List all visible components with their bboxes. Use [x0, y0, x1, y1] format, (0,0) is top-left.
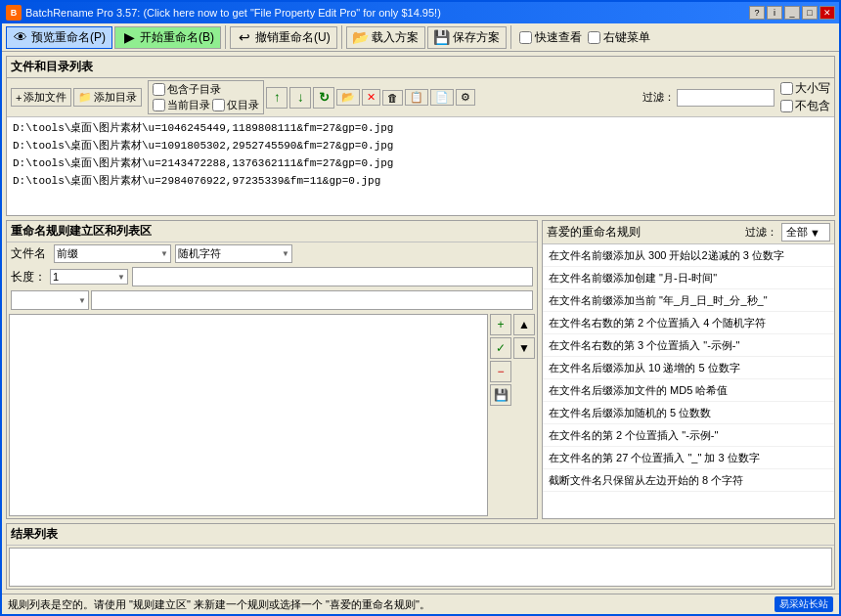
main-toolbar: 👁 预览重命名(P) ▶ 开始重命名(B) ↩ 撤销重命名(U) 📂 载入方案 …: [2, 23, 839, 52]
include-subdir-group: 包含子目录 当前目录 仅目录: [148, 80, 264, 114]
only-dir-checkbox[interactable]: [212, 99, 225, 111]
window-title: BatchRename Pro 3.57: (Click here now to…: [25, 7, 441, 19]
length-label: 长度：: [11, 269, 46, 286]
delete-rule-button[interactable]: −: [490, 361, 511, 382]
nav-down-button[interactable]: ↓: [289, 87, 311, 109]
file-list[interactable]: D:\tools\桌面\图片素材\u=1046245449,1189808111…: [7, 117, 834, 215]
favorites-section: 喜爱的重命名规则 过滤： 全部 ▼ 在文件名前缀添加从 300 开始以2递减的 …: [542, 220, 835, 519]
load-scheme-button[interactable]: 📂 载入方案: [346, 26, 425, 49]
quick-check-checkbox[interactable]: [519, 31, 532, 44]
add-file-button[interactable]: + 添加文件: [11, 88, 71, 107]
toolbar-sep-3: [510, 25, 511, 49]
favorites-item-7[interactable]: 在文件名后缀添加随机的 5 位数数: [543, 402, 834, 424]
paste-button[interactable]: 📄: [430, 89, 454, 106]
preview-rename-button[interactable]: 👁 预览重命名(P): [6, 26, 112, 49]
favorites-item-6[interactable]: 在文件名后缀添加文件的 MD5 哈希值: [543, 379, 834, 402]
file-filter-input[interactable]: [677, 89, 775, 107]
extra-combo-1[interactable]: ▼: [11, 290, 89, 310]
favorites-item-5[interactable]: 在文件名后缀添加从 10 递增的 5 位数字: [543, 357, 834, 379]
start-rename-button[interactable]: ▶ 开始重命名(B): [114, 26, 221, 49]
favorites-filter: 过滤： 全部 ▼: [745, 223, 830, 242]
minimize-btn[interactable]: _: [784, 6, 800, 20]
close-btn[interactable]: ✕: [819, 6, 835, 20]
favorites-item-8[interactable]: 在文件名的第 2 个位置插入 "-示例-": [543, 424, 834, 447]
length-combo[interactable]: 1 ▼: [50, 269, 128, 285]
save-scheme-button[interactable]: 💾 保存方案: [427, 26, 507, 49]
side-buttons: + ✓ − 💾: [490, 314, 511, 516]
add-file-icon: +: [16, 92, 22, 104]
filename-label: 文件名: [11, 245, 50, 262]
case-group: 大小写 不包含: [780, 80, 830, 114]
add-rule-button[interactable]: +: [490, 314, 511, 335]
favorites-item-2[interactable]: 在文件名前缀添加当前 "年_月_日_时_分_秒_": [543, 289, 834, 312]
favorites-filter-arrow: ▼: [810, 227, 820, 239]
confirm-rule-button[interactable]: ✓: [490, 337, 511, 359]
favorites-item-4[interactable]: 在文件名右数的第 3 个位置插入 "-示例-": [543, 334, 834, 357]
right-menu-checkbox[interactable]: [588, 31, 600, 44]
quick-check-item: 快速查看: [519, 29, 582, 46]
favorites-header: 喜爱的重命名规则 过滤： 全部 ▼: [543, 221, 834, 244]
arrow-buttons: ▲ ▼: [513, 314, 535, 516]
info-btn[interactable]: i: [767, 6, 782, 20]
bottom-section: 重命名规则建立区和列表区 文件名 前缀 ▼ 随机字符 ▼ 长度：: [6, 220, 835, 519]
favorites-item-10[interactable]: 截断文件名只保留从左边开始的 8 个字符: [543, 469, 834, 492]
nav-up-button[interactable]: ↑: [266, 87, 288, 109]
results-body[interactable]: [9, 548, 832, 587]
brand-logo: 易采站长站: [775, 596, 833, 612]
rename-grid: [9, 314, 488, 516]
include-subdir-checkbox[interactable]: [153, 83, 165, 96]
move-down-button[interactable]: ▼: [513, 337, 535, 359]
favorites-item-3[interactable]: 在文件名右数的第 2 个位置插入 4 个随机字符: [543, 312, 834, 334]
rename-type-value: 前缀: [57, 246, 78, 261]
extra-input-1[interactable]: [91, 290, 533, 310]
copy-button[interactable]: 📋: [405, 89, 428, 106]
right-menu-label: 右键菜单: [603, 29, 650, 46]
filter-label-file: 过滤：: [642, 90, 675, 105]
results-section: 结果列表: [6, 523, 835, 590]
case-checkbox[interactable]: [780, 82, 793, 95]
current-dir-checkbox[interactable]: [153, 99, 165, 111]
favorites-item-9[interactable]: 在文件名的第 27 个位置插入 "_" 加 3 位数字: [543, 447, 834, 469]
file-toolbar: + 添加文件 📁 添加目录 包含子目录 当前目录: [7, 78, 834, 117]
file-list-item[interactable]: D:\tools\桌面\图片素材\u=1091805302,2952745590…: [11, 137, 830, 154]
app-icon: B: [6, 5, 22, 21]
favorites-filter-value: 全部: [786, 225, 808, 240]
combo-arrow-3: ▼: [117, 273, 125, 282]
status-bar: 规则列表是空的。请使用 "规则建立区" 来新建一个规则或选择一个 "喜爱的重命名…: [2, 594, 839, 614]
favorites-filter-combo[interactable]: 全部 ▼: [781, 223, 830, 242]
rename-rules-header: 重命名规则建立区和列表区: [7, 221, 537, 242]
delete-button[interactable]: ✕: [362, 89, 380, 106]
start-icon: ▶: [121, 29, 137, 45]
favorites-item-1[interactable]: 在文件名前缀添加创建 "月-日-时间": [543, 267, 834, 289]
add-dir-button[interactable]: 📁 添加目录: [73, 88, 142, 107]
undo-rename-button[interactable]: ↩ 撤销重命名(U): [230, 26, 337, 49]
rename-type-row: 文件名 前缀 ▼ 随机字符 ▼: [7, 242, 537, 265]
file-list-item[interactable]: D:\tools\桌面\图片素材\u=1046245449,1189808111…: [11, 119, 830, 137]
save-rule-button[interactable]: 💾: [490, 384, 511, 406]
rename-content-combo[interactable]: 随机字符 ▼: [175, 244, 292, 263]
toolbar-sep-2: [341, 25, 342, 49]
combo-arrow-2: ▼: [282, 249, 289, 258]
help-btn[interactable]: ?: [749, 6, 765, 20]
save-icon: 💾: [434, 29, 450, 45]
add-file-label: 添加文件: [23, 90, 66, 105]
main-content: 文件和目录列表 + 添加文件 📁 添加目录 包含子目录: [2, 52, 839, 594]
load-icon: 📂: [353, 29, 369, 45]
maximize-btn[interactable]: □: [802, 6, 818, 20]
nav-refresh-button[interactable]: ↻: [313, 87, 334, 109]
settings-button[interactable]: ⚙: [456, 89, 475, 106]
favorites-item-0[interactable]: 在文件名前缀添加从 300 开始以2递减的 3 位数字: [543, 244, 834, 267]
length-input[interactable]: [132, 267, 533, 286]
move-up-button[interactable]: ▲: [513, 314, 535, 335]
file-list-item[interactable]: D:\tools\桌面\图片素材\u=2984076922,97235339&f…: [11, 172, 830, 190]
favorites-list[interactable]: 在文件名前缀添加从 300 开始以2递减的 3 位数字 在文件名前缀添加创建 "…: [543, 244, 834, 518]
rename-rules-title: 重命名规则建立区和列表区: [11, 224, 152, 238]
open-folder-button[interactable]: 📂: [336, 89, 360, 106]
clear-button[interactable]: 🗑: [382, 90, 403, 106]
rename-type-combo[interactable]: 前缀 ▼: [54, 244, 171, 263]
file-list-item[interactable]: D:\tools\桌面\图片素材\u=2143472288,1376362111…: [11, 154, 830, 172]
include-subdir-label: 包含子目录: [167, 82, 221, 97]
right-menu-item: 右键菜单: [588, 29, 650, 46]
rename-rules-section: 重命名规则建立区和列表区 文件名 前缀 ▼ 随机字符 ▼ 长度：: [6, 220, 538, 519]
not-include-checkbox[interactable]: [780, 100, 793, 112]
